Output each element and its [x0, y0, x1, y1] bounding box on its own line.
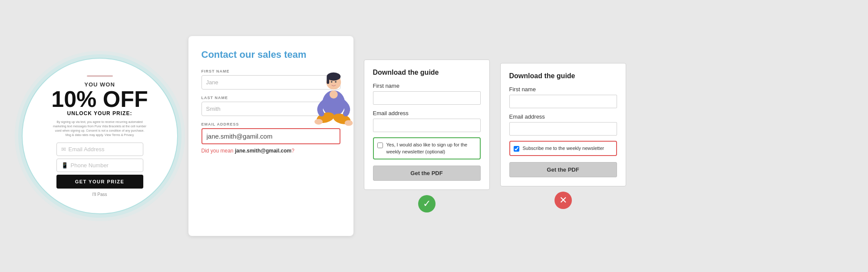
svg-rect-2 [327, 76, 329, 84]
contact-illustration [301, 71, 358, 136]
guide-bad-checkbox[interactable] [514, 146, 519, 152]
svg-point-9 [330, 81, 332, 83]
guide-bad-title: Download the guide [509, 72, 617, 80]
guide-good-firstname-label: First name [373, 83, 481, 89]
guide-bad-submit-button[interactable]: Get the PDF [509, 162, 617, 177]
guide-good-title: Download the guide [373, 69, 481, 76]
promo-fine-print: By signing up via text, you agree to rec… [52, 120, 148, 137]
svg-point-8 [330, 90, 338, 99]
svg-point-7 [344, 120, 353, 126]
promo-decorative-bar [87, 75, 113, 77]
guide-good-submit-button[interactable]: Get the PDF [373, 166, 481, 181]
guide-bad-checkbox-row: Subscribe me to the weekly newsletter [509, 141, 617, 156]
email-placeholder-text: Email Address [69, 146, 105, 153]
promo-percent-text: 10% OFF [51, 88, 148, 110]
contact-panel: Contact our sales team FIRST NAME LAST N… [188, 36, 353, 236]
email-input-row: ✉ Email Address [56, 143, 143, 156]
email-error-message: Did you mean jane.smith@gmail.com? [201, 148, 340, 154]
pass-link[interactable]: I'll Pass [92, 192, 107, 197]
guide-bad-email-label: Email address [509, 113, 617, 120]
guide-bad-wrapper: Download the guide First name Email addr… [500, 63, 626, 209]
guide-bad-firstname-label: First name [509, 86, 617, 93]
get-prize-button[interactable]: GET YOUR PRIZE [56, 175, 143, 189]
guide-bad-checkbox-label: Subscribe me to the weekly newsletter [523, 145, 604, 152]
promo-panel: YOU WON 10% OFF UNLOCK YOUR PRIZE: By si… [22, 58, 178, 214]
bad-status-icon: ✕ [554, 192, 572, 209]
promo-unlock-text: UNLOCK YOUR PRIZE: [67, 110, 132, 116]
phone-icon: 📱 [61, 162, 68, 169]
view-terms-link[interactable]: View Terms [105, 133, 120, 136]
guide-good-checkbox[interactable] [377, 143, 383, 148]
guide-good-email-input[interactable] [373, 119, 481, 132]
svg-point-10 [335, 81, 337, 83]
guide-bad-email-input[interactable] [509, 122, 617, 136]
privacy-link[interactable]: Privacy [124, 133, 134, 136]
contact-title: Contact our sales team [201, 49, 340, 60]
guide-good-checkbox-label: Yes, I would also like to sign up for th… [386, 142, 476, 155]
email-icon: ✉ [61, 146, 66, 153]
guide-good-firstname-input[interactable] [373, 91, 481, 105]
guide-good-email-label: Email address [373, 110, 481, 116]
guide-good-checkbox-row: Yes, I would also like to sign up for th… [373, 137, 481, 159]
phone-input-row: 📱 Phone Number [56, 159, 143, 172]
guide-good-wrapper: Download the guide First name Email addr… [364, 60, 490, 212]
guide-good-panel: Download the guide First name Email addr… [364, 60, 490, 190]
phone-placeholder-text: Phone Number [71, 162, 109, 169]
svg-point-6 [314, 119, 323, 125]
guide-bad-firstname-input[interactable] [509, 95, 617, 108]
good-status-icon: ✓ [418, 195, 436, 212]
guide-bad-panel: Download the guide First name Email addr… [500, 63, 626, 186]
